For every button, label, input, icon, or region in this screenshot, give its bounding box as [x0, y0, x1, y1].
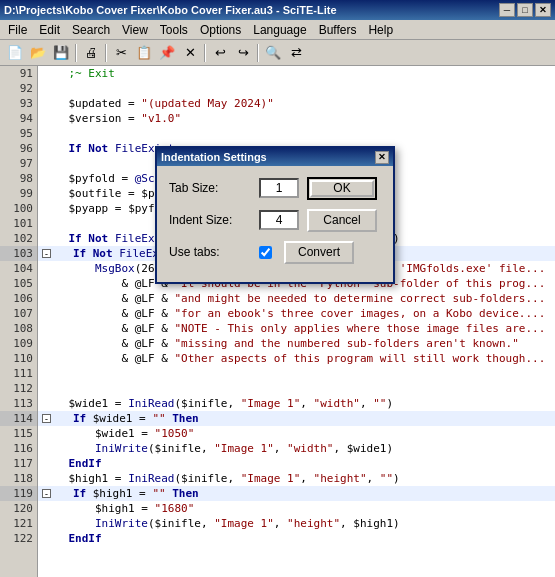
- menu-options[interactable]: Options: [194, 21, 247, 39]
- tab-size-row: Tab Size: OK: [169, 176, 381, 200]
- findreplace-button[interactable]: ⇄: [285, 42, 307, 64]
- menu-file[interactable]: File: [2, 21, 33, 39]
- use-tabs-row: Use tabs: Convert: [169, 240, 381, 264]
- new-button[interactable]: 📄: [4, 42, 26, 64]
- use-tabs-label: Use tabs:: [169, 245, 259, 259]
- copy-button[interactable]: 📋: [133, 42, 155, 64]
- minimize-button[interactable]: ─: [499, 3, 515, 17]
- cut-button[interactable]: ✂: [110, 42, 132, 64]
- toolbar: 📄 📂 💾 🖨 ✂ 📋 📌 ✕ ↩ ↪ 🔍 ⇄: [0, 40, 555, 66]
- convert-button[interactable]: Convert: [284, 241, 354, 264]
- title-bar: D:\Projects\Kobo Cover Fixer\Kobo Cover …: [0, 0, 555, 20]
- find-button[interactable]: 🔍: [262, 42, 284, 64]
- redo-button[interactable]: ↪: [232, 42, 254, 64]
- close-button[interactable]: ✕: [535, 3, 551, 17]
- toolbar-sep-3: [204, 44, 206, 62]
- dialog-content: Tab Size: OK Indent Size: Cancel Use tab…: [157, 166, 393, 282]
- menu-help[interactable]: Help: [362, 21, 399, 39]
- paste-button[interactable]: 📌: [156, 42, 178, 64]
- toolbar-sep-2: [105, 44, 107, 62]
- menu-language[interactable]: Language: [247, 21, 312, 39]
- delete-button[interactable]: ✕: [179, 42, 201, 64]
- title-bar-text: D:\Projects\Kobo Cover Fixer\Kobo Cover …: [4, 4, 499, 16]
- menu-view[interactable]: View: [116, 21, 154, 39]
- indent-size-row: Indent Size: Cancel: [169, 208, 381, 232]
- cancel-button[interactable]: Cancel: [307, 209, 377, 232]
- title-bar-buttons: ─ □ ✕: [499, 3, 551, 17]
- ok-button-inner: OK: [310, 180, 374, 197]
- dialog-title-text: Indentation Settings: [161, 151, 375, 163]
- maximize-button[interactable]: □: [517, 3, 533, 17]
- menu-search[interactable]: Search: [66, 21, 116, 39]
- indentation-settings-dialog: Indentation Settings ✕ Tab Size: OK Inde…: [155, 146, 395, 284]
- dialog-close-button[interactable]: ✕: [375, 151, 389, 164]
- tab-size-input[interactable]: [259, 178, 299, 198]
- menu-bar: File Edit Search View Tools Options Lang…: [0, 20, 555, 40]
- dialog-overlay: Indentation Settings ✕ Tab Size: OK Inde…: [0, 66, 555, 577]
- indent-size-label: Indent Size:: [169, 213, 259, 227]
- ok-button[interactable]: OK: [307, 177, 377, 200]
- indent-size-input[interactable]: [259, 210, 299, 230]
- toolbar-sep-1: [75, 44, 77, 62]
- use-tabs-checkbox[interactable]: [259, 246, 272, 259]
- menu-tools[interactable]: Tools: [154, 21, 194, 39]
- tab-size-label: Tab Size:: [169, 181, 259, 195]
- undo-button[interactable]: ↩: [209, 42, 231, 64]
- toolbar-sep-4: [257, 44, 259, 62]
- open-button[interactable]: 📂: [27, 42, 49, 64]
- editor-area: 91 92 93 94 95 96 97 98 99 100 101 102 1…: [0, 66, 555, 577]
- menu-edit[interactable]: Edit: [33, 21, 66, 39]
- print-button[interactable]: 🖨: [80, 42, 102, 64]
- save-button[interactable]: 💾: [50, 42, 72, 64]
- menu-buffers[interactable]: Buffers: [313, 21, 363, 39]
- dialog-title-bar: Indentation Settings ✕: [157, 148, 393, 166]
